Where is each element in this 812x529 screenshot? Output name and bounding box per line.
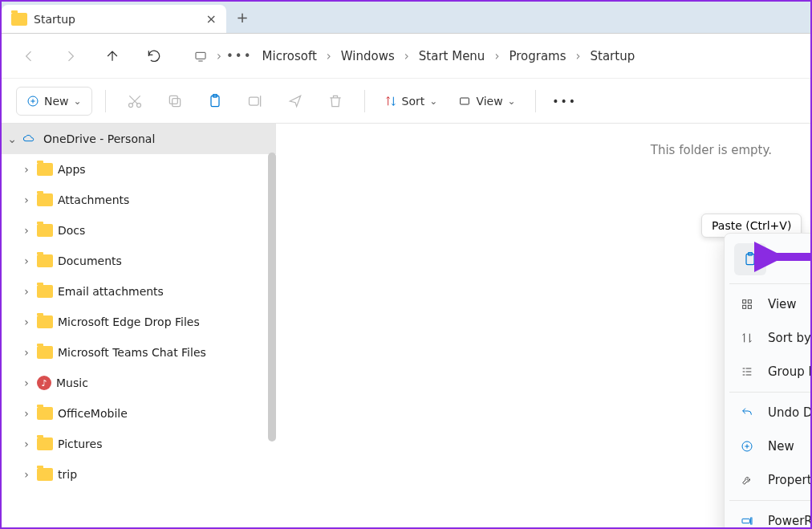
chevron-right-icon[interactable]: › xyxy=(21,376,32,389)
tab-startup[interactable]: Startup × xyxy=(2,5,226,33)
sidebar-item-label: Apps xyxy=(58,163,86,176)
chevron-right-icon: › xyxy=(494,49,499,63)
sidebar-item-email-attachments[interactable]: ›Email attachments xyxy=(2,276,276,307)
chevron-right-icon: › xyxy=(404,49,409,63)
ctx-undo[interactable]: Undo Delete Ctrl+Z xyxy=(729,396,812,429)
ctx-properties[interactable]: Properties Alt+Enter xyxy=(729,463,812,497)
sort-label: Sort xyxy=(402,95,425,108)
ctx-label: Undo Delete xyxy=(768,405,812,420)
context-toolbar xyxy=(729,238,812,280)
tab-title: Startup xyxy=(34,13,75,26)
ctx-paste-button[interactable] xyxy=(734,243,766,275)
sidebar-item-label: trip xyxy=(58,468,77,481)
more-button[interactable]: ••• xyxy=(549,87,581,116)
separator xyxy=(729,392,812,393)
ctx-view[interactable]: View › xyxy=(729,287,812,321)
cut-button[interactable] xyxy=(119,87,151,116)
sidebar-item-attachments[interactable]: ›Attachments xyxy=(2,185,276,215)
chevron-right-icon[interactable]: › xyxy=(21,163,32,176)
sidebar-item-pictures[interactable]: ›Pictures xyxy=(2,429,276,459)
sidebar-item-docs[interactable]: ›Docs xyxy=(2,215,276,246)
sidebar-item-label: Docs xyxy=(58,224,85,237)
rename-button[interactable] xyxy=(239,87,271,116)
svg-rect-9 xyxy=(461,98,469,104)
chevron-right-icon[interactable]: › xyxy=(21,285,32,298)
svg-rect-12 xyxy=(743,300,746,303)
folder-icon xyxy=(11,13,27,26)
refresh-button[interactable] xyxy=(143,42,165,71)
sort-button[interactable]: Sort ⌄ xyxy=(378,87,445,116)
overflow-icon[interactable]: ••• xyxy=(226,49,253,63)
chevron-right-icon[interactable]: › xyxy=(21,224,32,237)
sidebar-item-label: Documents xyxy=(58,254,122,267)
chevron-right-icon: › xyxy=(576,49,581,63)
sidebar-item-documents[interactable]: ›Documents xyxy=(2,246,276,276)
svg-rect-14 xyxy=(743,305,746,308)
close-icon[interactable]: × xyxy=(206,11,217,26)
main-pane[interactable]: This folder is empty. Paste (Ctrl+V) Vie… xyxy=(276,124,810,527)
share-button[interactable] xyxy=(279,87,311,116)
paste-icon xyxy=(742,251,758,267)
folder-icon xyxy=(37,254,53,267)
crumb-windows[interactable]: Windows xyxy=(336,46,400,67)
ctx-group[interactable]: Group by › xyxy=(729,355,812,389)
ctx-new[interactable]: New › xyxy=(729,429,812,463)
folder-icon xyxy=(37,468,53,481)
crumb-startup[interactable]: Startup xyxy=(586,46,640,67)
sidebar-item-officemobile[interactable]: ›OfficeMobile xyxy=(2,398,276,429)
chevron-right-icon[interactable]: › xyxy=(21,437,32,450)
sidebar-item-label: Email attachments xyxy=(58,285,164,298)
up-button[interactable] xyxy=(101,42,124,71)
separator xyxy=(729,500,812,501)
copy-button[interactable] xyxy=(159,87,191,116)
breadcrumb: › ••• Microsoft › Windows › Start Menu ›… xyxy=(189,42,639,71)
chevron-down-icon[interactable]: ⌄ xyxy=(6,132,18,145)
back-button[interactable] xyxy=(18,42,40,71)
onedrive-icon xyxy=(22,132,39,145)
pc-icon[interactable] xyxy=(189,42,212,71)
sidebar-item-music[interactable]: ›♪Music xyxy=(2,368,276,398)
chevron-right-icon[interactable]: › xyxy=(21,468,32,481)
sidebar-root-onedrive[interactable]: ⌄ OneDrive - Personal xyxy=(2,124,276,154)
sidebar-item-teams-chat[interactable]: ›Microsoft Teams Chat Files xyxy=(2,337,276,368)
chevron-down-icon: ⌄ xyxy=(508,96,516,107)
crumb-microsoft[interactable]: Microsoft xyxy=(258,46,322,67)
chevron-right-icon[interactable]: › xyxy=(21,346,32,359)
chevron-right-icon[interactable]: › xyxy=(21,193,32,206)
ctx-powerrename[interactable]: PowerRename xyxy=(729,504,812,529)
wrench-icon xyxy=(739,472,755,488)
separator xyxy=(535,90,536,112)
folder-icon xyxy=(37,193,53,206)
chevron-right-icon[interactable]: › xyxy=(21,315,32,328)
sidebar-item-apps[interactable]: ›Apps xyxy=(2,154,276,185)
forward-button[interactable] xyxy=(59,42,82,71)
sort-icon xyxy=(739,330,755,346)
scrollbar[interactable] xyxy=(268,153,276,442)
sort-icon xyxy=(384,95,397,108)
folder-icon xyxy=(37,346,53,359)
sidebar-item-edge-drop[interactable]: ›Microsoft Edge Drop Files xyxy=(2,307,276,337)
sidebar: ⌄ OneDrive - Personal ›Apps ›Attachments… xyxy=(2,124,276,527)
sidebar-item-trip[interactable]: ›trip xyxy=(2,459,276,490)
ctx-label: Properties xyxy=(768,473,812,487)
sidebar-item-label: OfficeMobile xyxy=(58,407,128,420)
separator xyxy=(364,90,365,112)
crumb-programs[interactable]: Programs xyxy=(504,46,570,67)
ctx-sort[interactable]: Sort by › xyxy=(729,321,812,355)
new-tab-button[interactable]: + xyxy=(226,2,258,33)
grid-icon xyxy=(739,296,755,312)
delete-button[interactable] xyxy=(319,87,351,116)
chevron-right-icon[interactable]: › xyxy=(21,254,32,267)
undo-icon xyxy=(739,405,755,421)
chevron-right-icon[interactable]: › xyxy=(21,407,32,420)
chevron-down-icon: ⌄ xyxy=(74,96,82,107)
folder-icon xyxy=(37,285,53,298)
view-icon xyxy=(458,95,471,108)
new-button[interactable]: New ⌄ xyxy=(16,87,92,116)
paste-button[interactable] xyxy=(199,87,231,116)
music-icon: ♪ xyxy=(37,376,51,390)
svg-rect-5 xyxy=(169,96,177,104)
folder-icon xyxy=(37,407,53,420)
view-button[interactable]: View ⌄ xyxy=(452,87,522,116)
crumb-startmenu[interactable]: Start Menu xyxy=(414,46,490,67)
